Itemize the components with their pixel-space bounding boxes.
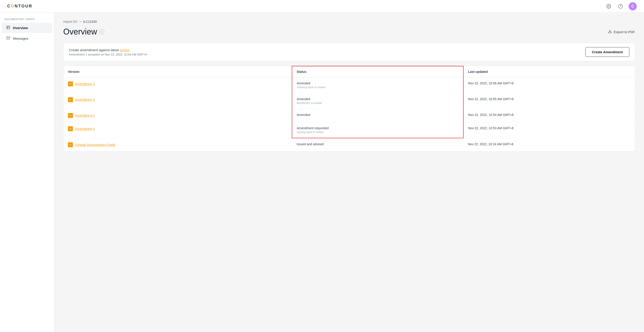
breadcrumb-separator: > (80, 20, 81, 23)
version-cell: ≡ Amendment 1 (64, 109, 292, 122)
sidebar-messages-label: Messages (13, 36, 28, 40)
overview-icon (6, 25, 10, 30)
messages-icon (6, 36, 10, 41)
version-link-1[interactable]: Amendment 2 (75, 98, 95, 102)
table-body: ≡ Amendment 3 Amended Advising bank to r… (64, 77, 635, 151)
version-cell: ≡ Amendment 2 (64, 93, 292, 109)
page-title: Overview (63, 27, 97, 36)
updated-cell: Nov 22, 2022, 10:54 AM GMT+8 (463, 109, 635, 122)
sidebar-section-label: DOCUMENTARY CREDIT (0, 13, 54, 22)
status-cell: Amended Advising bank to review (292, 77, 463, 93)
updated-cell: Nov 22, 2022, 10:55 AM GMT+8 (463, 93, 635, 109)
status-cell: Amended Beneficiary to review (292, 93, 463, 109)
versions-table: Version Status Last updated ≡ (64, 66, 635, 151)
top-navigation: CONTOUR C (0, 0, 644, 13)
create-amendment-button[interactable]: Create Amendment (585, 47, 629, 57)
layout: DOCUMENTARY CREDIT Overview Messages Imp… (0, 0, 644, 332)
status-sub: Beneficiary to review (297, 102, 458, 105)
alert-bar: Create amendment against latest version … (63, 43, 635, 61)
updated-cell: Nov 22, 2022, 10:53 AM GMT+8 (463, 122, 635, 138)
help-icon[interactable] (617, 3, 624, 10)
page-header: Overview i Export to PDF (63, 27, 635, 36)
status-sub: Issuing bank to review (297, 131, 458, 134)
info-icon[interactable]: i (99, 29, 104, 34)
sidebar: DOCUMENTARY CREDIT Overview Messages (0, 13, 54, 332)
table-row: ≡ Amendment 3 Amended Advising bank to r… (64, 77, 635, 93)
download-icon (608, 29, 612, 34)
version-link-4[interactable]: Original Documentary Credit (75, 143, 115, 147)
status-main: Issued and advised (296, 142, 459, 146)
status-main: Amended (297, 97, 458, 101)
breadcrumb: Import DC > ILC12345 (63, 20, 635, 23)
sidebar-item-messages[interactable]: Messages (2, 33, 52, 43)
table-row: ≡ Amendment 4 Amendment requested Issuin… (64, 122, 635, 138)
table-row: ≡ Amendment 1 Amended Nov 22, 2022, 10:5… (64, 109, 635, 122)
logo[interactable]: CONTOUR (7, 4, 32, 8)
breadcrumb-current: ILC12345 (83, 20, 97, 23)
svg-point-1 (618, 4, 622, 8)
sidebar-overview-label: Overview (13, 26, 28, 30)
doc-icon: ≡ (68, 126, 73, 131)
status-main: Amendment requested (297, 126, 458, 130)
version-cell: ≡ Amendment 3 (64, 77, 292, 93)
table-header: Version Status Last updated (64, 66, 635, 77)
settings-icon[interactable] (605, 3, 612, 10)
alert-main-text: Create amendment against latest version (69, 48, 147, 52)
status-cell: Issued and advised (292, 138, 463, 151)
version-link-0[interactable]: Amendment 3 (75, 82, 95, 86)
export-label: Export to PDF (614, 30, 635, 34)
status-cell: Amended (292, 109, 463, 122)
version-cell: ≡ Amendment 4 (64, 122, 292, 138)
breadcrumb-parent[interactable]: Import DC (63, 20, 78, 23)
status-sub: Advising bank to review (297, 86, 458, 89)
page-title-row: Overview i (63, 27, 104, 36)
table-container: Version Status Last updated ≡ (63, 66, 635, 152)
updated-cell: Nov 22, 2022, 10:24 AM GMT+8 (463, 138, 635, 151)
sidebar-item-overview[interactable]: Overview (2, 23, 52, 33)
updated-cell: Nov 22, 2022, 10:56 AM GMT+8 (463, 77, 635, 93)
version-link-2[interactable]: Amendment 1 (75, 114, 95, 117)
doc-icon: ≡ (68, 142, 73, 147)
status-cell: Amendment requested Issuing bank to revi… (292, 122, 463, 138)
doc-icon: ≡ (68, 97, 73, 102)
version-cell: ≡ Original Documentary Credit (64, 138, 292, 151)
column-version: Version (64, 66, 292, 77)
version-link[interactable]: version (120, 48, 130, 52)
column-last-updated: Last updated (463, 66, 635, 77)
status-main: Amended (297, 81, 458, 85)
column-status: Status (292, 66, 463, 77)
svg-rect-3 (7, 26, 10, 29)
alert-sub-text: Amendment 1 accepted on Nov 22, 2022, 10… (69, 53, 147, 56)
doc-icon: ≡ (68, 113, 73, 118)
alert-text: Create amendment against latest version … (69, 48, 147, 56)
nav-icons: C (605, 2, 637, 10)
doc-icon: ≡ (68, 81, 73, 86)
export-pdf-button[interactable]: Export to PDF (608, 29, 635, 34)
version-link-3[interactable]: Amendment 4 (75, 127, 95, 131)
svg-point-0 (608, 6, 610, 7)
table-row: ≡ Amendment 2 Amended Beneficiary to rev… (64, 93, 635, 109)
main-content: Import DC > ILC12345 Overview i Export t… (54, 13, 644, 332)
user-avatar[interactable]: C (629, 2, 637, 10)
table-row: ≡ Original Documentary Credit Issued and… (64, 138, 635, 151)
status-main: Amended (297, 113, 458, 117)
